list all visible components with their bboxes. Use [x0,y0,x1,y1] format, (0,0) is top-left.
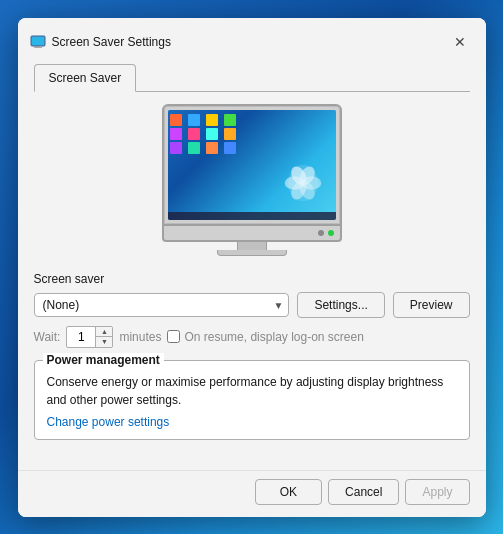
title-bar-left: Screen Saver Settings [30,34,171,50]
wait-input[interactable] [67,327,95,347]
wait-spin-down[interactable]: ▼ [96,337,112,347]
screensaver-section-label: Screen saver [34,272,470,286]
power-management-groupbox: Power management Conserve energy or maxi… [34,360,470,440]
screen-saver-icon [30,34,46,50]
resume-label: On resume, display log-on screen [184,330,363,344]
preview-button[interactable]: Preview [393,292,470,318]
tab-screen-saver[interactable]: Screen Saver [34,64,137,92]
change-power-settings-link[interactable]: Change power settings [47,415,170,429]
monitor-screen [168,110,336,220]
screen-icon [224,114,236,126]
preview-area [34,104,470,256]
screen-icons [170,114,240,154]
windows-logo [278,158,328,208]
wait-row: Wait: ▲ ▼ minutes On resume, display log… [34,326,470,348]
minutes-label: minutes [119,330,161,344]
svg-rect-1 [32,37,44,45]
screen-icon [224,142,236,154]
settings-button[interactable]: Settings... [297,292,384,318]
taskbar-strip [168,212,336,220]
monitor-foot [217,250,287,256]
tab-bar: Screen Saver [34,64,470,92]
apply-button[interactable]: Apply [405,479,469,505]
screensaver-select-wrapper: (None) 3D Text Blank Bubbles Mystify Pho… [34,293,290,317]
cancel-button[interactable]: Cancel [328,479,399,505]
power-description: Conserve energy or maximise performance … [47,373,457,409]
monitor-dot [318,230,324,236]
svg-rect-2 [34,47,42,48]
monitor-bottom-bar [162,226,342,242]
screen-icon [170,128,182,140]
resume-checkbox[interactable] [167,330,180,343]
screensaver-row: (None) 3D Text Blank Bubbles Mystify Pho… [34,292,470,318]
ok-button[interactable]: OK [255,479,322,505]
wait-spinbox: ▲ ▼ [66,326,113,348]
wait-label: Wait: [34,330,61,344]
svg-point-9 [284,176,304,189]
bottom-bar: OK Cancel Apply [18,470,486,517]
close-button[interactable]: ✕ [446,28,474,56]
screen-icon [188,114,200,126]
power-management-body: Conserve energy or maximise performance … [47,369,457,429]
monitor-frame [162,104,342,256]
screen-icon [206,142,218,154]
screen-icon [188,142,200,154]
monitor-outer [162,104,342,226]
screen-icon [206,128,218,140]
screensaver-select[interactable]: (None) 3D Text Blank Bubbles Mystify Pho… [34,293,290,317]
screen-icon [170,142,182,154]
screen-icon [206,114,218,126]
screen-icon [224,128,236,140]
power-management-title: Power management [43,353,164,367]
screen-icon [188,128,200,140]
resume-checkbox-row: On resume, display log-on screen [167,330,363,344]
screen-saver-settings-dialog: Screen Saver Settings ✕ Screen Saver [18,18,486,517]
monitor-power-dot [328,230,334,236]
dialog-body: Screen Saver [18,64,486,470]
wait-spin-up[interactable]: ▲ [96,327,112,337]
screen-icon [170,114,182,126]
monitor-neck [237,242,267,250]
wait-spin-arrows: ▲ ▼ [95,327,112,347]
window-title: Screen Saver Settings [52,35,171,49]
title-bar: Screen Saver Settings ✕ [18,18,486,64]
